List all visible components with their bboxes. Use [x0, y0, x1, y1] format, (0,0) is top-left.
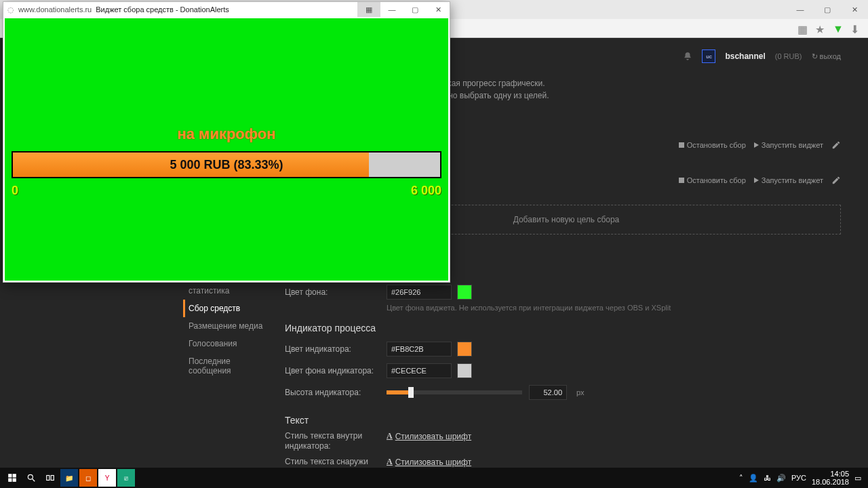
goal-progress-bar: 5 000 RUB (83.33%) — [12, 151, 441, 178]
sidebar-item-stats[interactable]: статистика — [183, 282, 278, 300]
taskbar-app[interactable]: 📁 — [60, 469, 78, 487]
tray-clock[interactable]: 14:05 18.06.2018 — [812, 470, 849, 486]
goal-min: 0 — [12, 184, 18, 198]
edit-icon[interactable] — [831, 176, 841, 185]
avatar[interactable]: uc — [702, 49, 715, 63]
sidebar-item-fundraising[interactable]: Сбор средств — [183, 300, 278, 317]
indicator-height-slider[interactable] — [387, 390, 522, 394]
stop-collection-button[interactable]: Остановить сбор — [679, 176, 746, 184]
sidebar-item-messages[interactable]: Последние сообщения — [183, 352, 278, 380]
unit-px: px — [576, 388, 585, 396]
tray-user-icon[interactable]: 👤 — [749, 474, 758, 483]
popup-url: www.donationalerts.ru — [18, 5, 92, 14]
widget-settings: Цвет фона: Цвет фона виджета. Не использ… — [285, 282, 841, 468]
svg-rect-6 — [47, 476, 50, 481]
system-tray: ˄ 👤 🖧 🔊 РУС 14:05 18.06.2018 ▭ — [739, 470, 865, 486]
bg-color-hint: Цвет фона виджета. Не используется при и… — [387, 304, 841, 312]
bell-icon[interactable] — [683, 52, 692, 61]
sidebar-item-polls[interactable]: Голосования — [183, 335, 278, 352]
globe-icon: ◌ — [7, 5, 14, 14]
run-widget-button[interactable]: Запустить виджет — [754, 176, 823, 184]
bg-color-swatch[interactable] — [457, 285, 472, 300]
start-button[interactable] — [3, 468, 22, 487]
favorite-icon[interactable]: ★ — [815, 23, 826, 34]
popup-title: Виджет сбора средств - DonationAlerts — [96, 5, 229, 14]
popup-titlebar[interactable]: ◌ www.donationalerts.ru Виджет сбора сре… — [3, 2, 450, 17]
indicator-bg-label: Цвет фона индикатора: — [285, 366, 387, 375]
svg-rect-1 — [13, 474, 16, 477]
download-icon[interactable]: ⬇ — [850, 23, 861, 34]
indicator-color-swatch[interactable] — [457, 342, 472, 357]
stop-collection-button[interactable]: Остановить сбор — [679, 141, 746, 149]
taskbar-app[interactable]: ◻ — [79, 469, 97, 487]
search-icon[interactable] — [22, 468, 41, 487]
tray-volume-icon[interactable]: 🔊 — [776, 474, 786, 483]
goal-max: 6 000 — [411, 184, 441, 198]
popup-maximize[interactable]: ▢ — [403, 2, 427, 17]
taskbar-app[interactable]: Y — [98, 469, 116, 487]
stylize-inner-link[interactable]: AСтилизовать шрифт — [387, 431, 471, 441]
svg-rect-0 — [8, 474, 12, 477]
tray-notifications-icon[interactable]: ▭ — [854, 474, 861, 483]
popup-settings-button[interactable]: ▦ — [357, 2, 380, 17]
tray-chevron-icon[interactable]: ˄ — [739, 474, 743, 483]
indicator-color-input[interactable] — [387, 342, 452, 357]
indicator-bg-input[interactable] — [387, 363, 452, 378]
svg-point-4 — [28, 474, 33, 479]
tray-network-icon[interactable]: 🖧 — [764, 474, 771, 482]
indicator-color-label: Цвет индикатора: — [285, 344, 387, 354]
svg-rect-3 — [13, 479, 16, 482]
indicator-height-label: Высота индикатора: — [285, 388, 387, 397]
window-close[interactable]: ✕ — [841, 0, 868, 19]
taskbar-app[interactable]: ⎚ — [117, 469, 135, 487]
text-outer-label: Стиль текста снаружи — [285, 457, 387, 467]
window-maximize[interactable]: ▢ — [814, 0, 841, 19]
os-taskbar: 📁 ◻ Y ⎚ ˄ 👤 🖧 🔊 РУС 14:05 18.06.2018 ▭ — [0, 468, 868, 488]
svg-rect-2 — [8, 479, 12, 482]
tray-time: 14:05 — [812, 470, 849, 478]
bg-color-input[interactable] — [387, 285, 452, 300]
logout-link[interactable]: ↻ выход — [812, 52, 841, 61]
taskview-icon[interactable] — [41, 468, 60, 487]
username[interactable]: bschannel — [725, 52, 765, 61]
indicator-section-title: Индикатор процесса — [285, 323, 841, 333]
popup-minimize[interactable]: — — [380, 2, 403, 17]
tray-language[interactable]: РУС — [791, 474, 806, 482]
svg-rect-7 — [51, 476, 54, 481]
indicator-bg-swatch[interactable] — [457, 363, 472, 378]
shield-icon[interactable]: ▼ — [833, 23, 844, 34]
popup-close[interactable]: ✕ — [427, 2, 450, 17]
tray-date: 18.06.2018 — [812, 478, 849, 486]
window-minimize[interactable]: — — [787, 0, 814, 19]
widget-preview-window: ◌ www.donationalerts.ru Виджет сбора сре… — [3, 1, 450, 283]
sidebar-nav: статистика Сбор средств Размещение медиа… — [183, 282, 278, 380]
indicator-height-input[interactable] — [529, 385, 567, 400]
bg-color-label: Цвет фона: — [285, 287, 387, 297]
widget-canvas: на микрофон 5 000 RUB (83.33%) 0 6 000 — [5, 18, 448, 281]
sidebar-item-media[interactable]: Размещение медиа — [183, 317, 278, 335]
svg-line-5 — [33, 479, 35, 482]
goal-title: на микрофон — [5, 125, 448, 143]
user-balance: (0 RUB) — [775, 52, 802, 60]
goal-progress-label: 5 000 RUB (83.33%) — [13, 152, 440, 177]
run-widget-button[interactable]: Запустить виджет — [754, 141, 823, 149]
extensions-icon[interactable]: ▦ — [797, 23, 808, 34]
stylize-outer-link[interactable]: AСтилизовать шрифт — [387, 457, 471, 467]
edit-icon[interactable] — [831, 140, 841, 150]
text-section-title: Текст — [285, 415, 841, 426]
text-inner-label: Стиль текста внутри индикатора: — [285, 431, 387, 451]
